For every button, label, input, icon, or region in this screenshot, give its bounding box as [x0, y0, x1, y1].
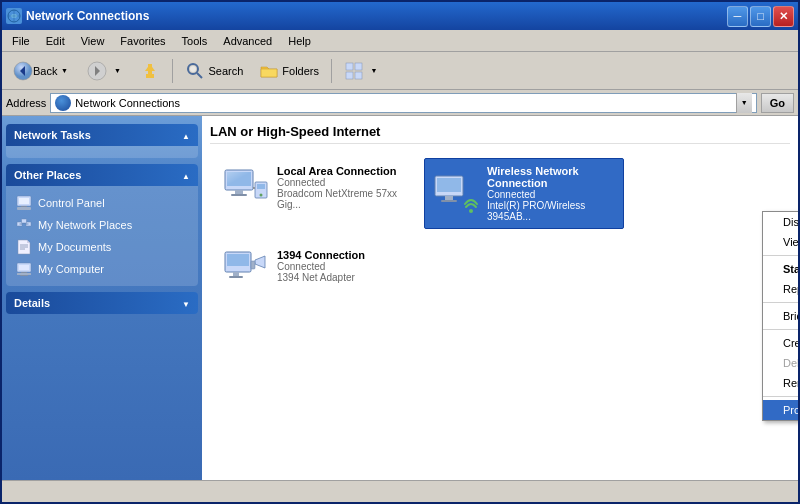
- ctx-properties[interactable]: Properties: [763, 400, 798, 420]
- views-dropdown[interactable]: ▼: [367, 61, 381, 81]
- sidebar-link-control-panel[interactable]: Control Panel: [10, 192, 194, 214]
- menu-tools[interactable]: Tools: [174, 33, 216, 49]
- menu-view[interactable]: View: [73, 33, 113, 49]
- menu-edit[interactable]: Edit: [38, 33, 73, 49]
- go-button[interactable]: Go: [761, 93, 794, 113]
- menu-help[interactable]: Help: [280, 33, 319, 49]
- search-button[interactable]: Search: [178, 57, 250, 85]
- connection-item-firewire[interactable]: 1394 Connection Connected 1394 Net Adapt…: [214, 239, 414, 293]
- svg-point-12: [190, 66, 196, 72]
- ctx-disable[interactable]: Disable: [763, 212, 798, 232]
- address-value: Network Connections: [75, 97, 731, 109]
- folders-button[interactable]: Folders: [252, 57, 326, 85]
- lan-name: Local Area Connection: [277, 165, 407, 177]
- forward-icon: [87, 61, 107, 81]
- svg-rect-37: [227, 172, 251, 186]
- folders-icon: [259, 61, 279, 81]
- close-button[interactable]: ✕: [773, 6, 794, 27]
- sidebar: Network Tasks Other Places: [2, 116, 202, 480]
- network-tasks-title: Network Tasks: [14, 129, 91, 141]
- address-input-wrapper[interactable]: Network Connections ▼: [50, 93, 756, 113]
- firewire-detail: 1394 Net Adapter: [277, 272, 407, 283]
- svg-rect-23: [22, 219, 27, 223]
- svg-rect-52: [251, 261, 255, 269]
- up-icon: [140, 61, 160, 81]
- ctx-sep-3: [763, 329, 798, 330]
- forward-dropdown[interactable]: ▼: [110, 61, 124, 81]
- sidebar-link-my-documents[interactable]: My Documents: [10, 236, 194, 258]
- back-label: Back: [33, 65, 57, 77]
- svg-rect-15: [346, 72, 353, 79]
- lan-inner: Local Area Connection Connected Broadcom…: [221, 165, 407, 210]
- sidebar-link-my-network[interactable]: My Network Places: [10, 214, 194, 236]
- ctx-sep-4: [763, 396, 798, 397]
- window-title: Network Connections: [26, 9, 723, 23]
- my-documents-icon: [16, 239, 32, 255]
- ctx-sep-1: [763, 255, 798, 256]
- toolbar-separator-1: [172, 59, 173, 83]
- menu-favorites[interactable]: Favorites: [112, 33, 173, 49]
- svg-rect-50: [233, 272, 239, 276]
- wireless-status: Connected: [487, 189, 617, 200]
- my-documents-label: My Documents: [38, 241, 111, 253]
- ctx-status[interactable]: Status: [763, 259, 798, 279]
- control-panel-label: Control Panel: [38, 197, 105, 209]
- minimize-button[interactable]: ─: [727, 6, 748, 27]
- svg-rect-20: [21, 206, 27, 207]
- svg-point-47: [469, 209, 473, 213]
- sidebar-link-my-computer[interactable]: My Computer: [10, 258, 194, 280]
- svg-marker-8: [145, 64, 155, 71]
- ctx-view-wireless[interactable]: View Available Wireless Networks: [763, 232, 798, 252]
- wireless-name: Wireless Network Connection: [487, 165, 617, 189]
- status-bar: [2, 480, 798, 502]
- address-dropdown[interactable]: ▼: [736, 93, 752, 113]
- views-icon: [344, 61, 364, 81]
- ctx-create-shortcut[interactable]: Create Shortcut: [763, 333, 798, 353]
- connection-item-lan[interactable]: Local Area Connection Connected Broadcom…: [214, 158, 414, 229]
- back-button[interactable]: Back ▼: [6, 57, 78, 85]
- title-bar: Network Connections ─ □ ✕: [2, 2, 798, 30]
- svg-rect-14: [355, 63, 362, 70]
- firewire-inner: 1394 Connection Connected 1394 Net Adapt…: [221, 246, 407, 286]
- ctx-repair[interactable]: Repair: [763, 279, 798, 299]
- search-label: Search: [208, 65, 243, 77]
- details-title: Details: [14, 297, 50, 309]
- lan-info: Local Area Connection Connected Broadcom…: [277, 165, 407, 210]
- lan-status: Connected: [277, 177, 407, 188]
- toolbar: Back ▼ ▼: [2, 52, 798, 90]
- ctx-bridge[interactable]: Bridge Connections: [763, 306, 798, 326]
- other-places-content: Control Panel My Network Places: [6, 186, 198, 286]
- up-button[interactable]: [133, 57, 167, 85]
- section-title: LAN or High-Speed Internet: [210, 124, 790, 144]
- svg-rect-51: [229, 276, 243, 278]
- other-places-header[interactable]: Other Places: [6, 164, 198, 186]
- svg-rect-34: [20, 275, 28, 276]
- firewire-info: 1394 Connection Connected 1394 Net Adapt…: [277, 249, 407, 283]
- my-computer-icon: [16, 261, 32, 277]
- svg-rect-45: [445, 196, 453, 200]
- firewire-name: 1394 Connection: [277, 249, 407, 261]
- lan-connection-icon: [221, 168, 269, 208]
- back-dropdown[interactable]: ▼: [57, 61, 71, 81]
- menu-advanced[interactable]: Advanced: [215, 33, 280, 49]
- connection-item-wireless[interactable]: Wireless Network Connection Connected In…: [424, 158, 624, 229]
- ctx-rename[interactable]: Rename: [763, 373, 798, 393]
- details-header[interactable]: Details: [6, 292, 198, 314]
- wireless-inner: Wireless Network Connection Connected In…: [431, 165, 617, 222]
- menu-file[interactable]: File: [4, 33, 38, 49]
- details-section: Details: [6, 292, 198, 314]
- address-label: Address: [6, 97, 46, 109]
- svg-rect-13: [346, 63, 353, 70]
- maximize-button[interactable]: □: [750, 6, 771, 27]
- wireless-info: Wireless Network Connection Connected In…: [487, 165, 617, 222]
- views-button[interactable]: ▼: [337, 57, 388, 85]
- forward-button[interactable]: ▼: [80, 57, 131, 85]
- ctx-sep-2: [763, 302, 798, 303]
- svg-rect-49: [227, 254, 249, 266]
- address-bar: Address Network Connections ▼ Go: [2, 90, 798, 116]
- control-panel-icon: [16, 195, 32, 211]
- network-tasks-header[interactable]: Network Tasks: [6, 124, 198, 146]
- my-computer-label: My Computer: [38, 263, 104, 275]
- connections-grid: Local Area Connection Connected Broadcom…: [210, 154, 790, 297]
- address-globe-icon: [55, 95, 71, 111]
